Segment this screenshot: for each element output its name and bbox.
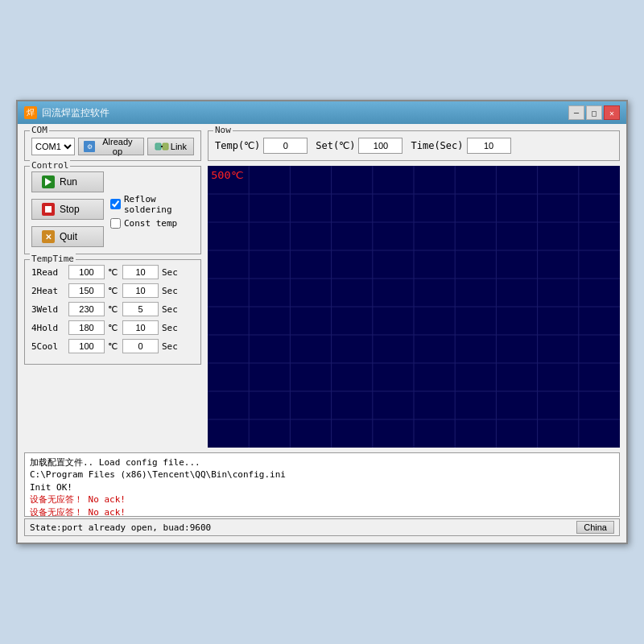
quit-label: Quit	[60, 231, 77, 242]
main-row: Control Run	[24, 166, 620, 448]
temp-input[interactable]	[263, 138, 308, 154]
already-icon: ⚙	[84, 141, 95, 152]
run-button[interactable]: Run	[31, 171, 104, 192]
const-checkbox-row[interactable]: Const temp	[110, 218, 194, 229]
const-checkbox[interactable]	[110, 218, 121, 229]
content-area: COM COM1 ⚙ Already op	[18, 124, 626, 543]
temptime-unit-temp: ℃	[108, 304, 119, 315]
link-label: Link	[171, 142, 187, 151]
temptime-row-name: 3Weld	[31, 304, 65, 315]
status-bar: State:port already open, buad:9600 China	[24, 518, 620, 536]
reflow-checkbox[interactable]	[110, 199, 121, 209]
temptime-unit-sec: Sec	[162, 323, 178, 333]
restore-button[interactable]: □	[586, 105, 602, 120]
temptime-temp-input[interactable]	[68, 339, 105, 353]
reflow-label: Reflow soldering	[124, 194, 194, 215]
svg-rect-0	[155, 143, 161, 150]
main-window: 焊 回流焊监控软件 ─ □ ✕ COM COM1 ⚙ Already op	[16, 100, 628, 544]
com-row: COM1 ⚙ Already op Link	[31, 138, 194, 155]
stop-button[interactable]: Stop	[31, 199, 104, 220]
set-input[interactable]	[358, 138, 402, 154]
temptime-row: 3Weld ℃ Sec	[31, 302, 194, 316]
com-section: COM COM1 ⚙ Already op	[24, 130, 201, 161]
temptime-unit-temp: ℃	[108, 286, 119, 296]
china-button[interactable]: China	[576, 521, 614, 534]
already-button[interactable]: ⚙ Already op	[78, 138, 144, 155]
set-label: Set(℃)	[316, 140, 355, 151]
temptime-sec-input[interactable]	[122, 339, 159, 353]
run-triangle-icon	[45, 178, 52, 186]
app-icon: 焊	[24, 106, 37, 119]
temptime-row: 1Read ℃ Sec	[31, 265, 194, 279]
chart-area: 500℃	[208, 166, 620, 448]
temptime-unit-temp: ℃	[108, 267, 119, 278]
temptime-row-name: 5Cool	[31, 341, 65, 352]
temptime-unit-sec: Sec	[162, 286, 178, 296]
log-line: Init OK!	[30, 481, 614, 493]
left-panel: Control Run	[24, 166, 201, 448]
temptime-unit-sec: Sec	[162, 341, 178, 352]
quit-button[interactable]: ✕ Quit	[31, 226, 104, 247]
temptime-section: TempTime 1Read ℃ Sec 2Heat ℃ Sec 3Weld ℃…	[24, 259, 201, 365]
log-line: 设备无应答！ No ack!	[30, 493, 614, 506]
already-label: Already op	[97, 137, 138, 156]
time-label: Time(Sec)	[411, 140, 463, 151]
quit-icon: ✕	[42, 230, 55, 243]
temptime-row-name: 1Read	[31, 267, 65, 278]
temptime-unit-temp: ℃	[108, 341, 119, 352]
temptime-sec-input[interactable]	[122, 283, 159, 298]
temptime-unit-temp: ℃	[108, 323, 119, 333]
temptime-temp-input[interactable]	[68, 283, 105, 298]
time-field: Time(Sec)	[411, 138, 510, 154]
control-buttons: Run Stop ✕ Quit	[31, 171, 104, 247]
temptime-sec-input[interactable]	[122, 302, 159, 316]
now-row: Temp(℃) Set(℃) Time(Sec)	[215, 138, 613, 154]
stop-label: Stop	[60, 204, 80, 215]
temptime-temp-input[interactable]	[68, 302, 105, 316]
now-section-label: Now	[213, 125, 233, 135]
temptime-sec-input[interactable]	[122, 320, 159, 335]
temptime-rows: 1Read ℃ Sec 2Heat ℃ Sec 3Weld ℃ Sec 4Hol…	[31, 265, 194, 353]
temptime-row-name: 2Heat	[31, 286, 65, 296]
temptime-section-label: TempTime	[30, 254, 76, 264]
const-label: Const temp	[124, 218, 177, 229]
window-title: 回流焊监控软件	[42, 106, 109, 120]
temptime-row: 4Hold ℃ Sec	[31, 320, 194, 335]
temptime-temp-input[interactable]	[68, 320, 105, 335]
com-section-label: COM	[30, 125, 49, 135]
com-select[interactable]: COM1	[31, 138, 75, 155]
control-section: Control Run	[24, 166, 201, 254]
temptime-row-name: 4Hold	[31, 323, 65, 333]
temptime-sec-input[interactable]	[122, 265, 159, 279]
temptime-unit-sec: Sec	[162, 267, 178, 278]
minimize-button[interactable]: ─	[568, 105, 584, 120]
log-area: 加载配置文件.. Load config file...C:\Program F…	[24, 452, 620, 517]
temptime-row: 5Cool ℃ Sec	[31, 339, 194, 353]
temp-label: Temp(℃)	[215, 140, 260, 151]
title-bar-title: 焊 回流焊监控软件	[24, 106, 109, 120]
title-bar: 焊 回流焊监控软件 ─ □ ✕	[18, 101, 626, 124]
set-field: Set(℃)	[316, 138, 402, 154]
title-bar-controls: ─ □ ✕	[568, 105, 620, 120]
stop-square-icon	[45, 206, 52, 213]
log-line: 设备无应答！ No ack!	[30, 506, 614, 517]
close-button[interactable]: ✕	[604, 105, 620, 120]
now-section: Now Temp(℃) Set(℃) Time(Sec)	[208, 130, 620, 161]
svg-rect-1	[163, 143, 168, 150]
run-label: Run	[60, 176, 77, 188]
run-icon	[42, 175, 55, 188]
chart-svg: 500℃	[208, 166, 620, 448]
temp-field: Temp(℃)	[215, 138, 308, 154]
svg-text:500℃: 500℃	[211, 169, 243, 181]
log-line: C:\Program Files (x86)\Tencent\QQ\Bin\co…	[30, 469, 614, 481]
temptime-temp-input[interactable]	[68, 265, 105, 279]
log-line: 加载配置文件.. Load config file...	[30, 456, 614, 469]
top-row: COM COM1 ⚙ Already op	[24, 130, 620, 161]
stop-icon	[42, 203, 55, 216]
control-section-label: Control	[30, 160, 70, 171]
temptime-row: 2Heat ℃ Sec	[31, 283, 194, 298]
link-icon	[155, 141, 169, 152]
reflow-checkbox-row[interactable]: Reflow soldering	[110, 194, 194, 215]
time-input[interactable]	[467, 138, 511, 154]
link-button[interactable]: Link	[147, 138, 194, 155]
